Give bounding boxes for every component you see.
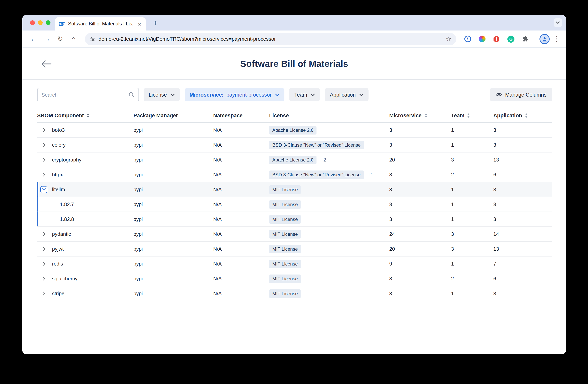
license-badge[interactable]: MIT License [269, 244, 301, 253]
license-badge[interactable]: Apache License 2.0 [269, 155, 317, 164]
extension-icon-info[interactable]: ! [462, 34, 473, 44]
sort-icon[interactable] [467, 113, 470, 118]
license-cell: MIT License [269, 244, 389, 253]
license-more-count[interactable]: +1 [368, 172, 373, 177]
row-expand-chevron[interactable] [40, 230, 47, 238]
filter-team-dropdown[interactable]: Team [289, 88, 320, 101]
component-cell: cryptography [37, 156, 133, 163]
reload-button[interactable]: ↻ [54, 32, 67, 45]
license-badge[interactable]: MIT License [269, 230, 301, 238]
filter-microservice-dropdown[interactable]: Microservice: payment-processor [185, 88, 284, 101]
table-row[interactable]: 1.82.8 pypi N/A MIT License 3 1 3 [37, 212, 552, 227]
sort-icon[interactable] [87, 113, 89, 118]
row-expand-chevron[interactable] [40, 156, 47, 163]
manage-columns-button[interactable]: Manage Columns [490, 88, 552, 101]
sort-icon[interactable] [424, 113, 427, 118]
license-badge[interactable]: Apache License 2.0 [269, 126, 317, 134]
row-expand-chevron[interactable] [40, 141, 47, 148]
table-row[interactable]: pydantic pypi N/A MIT License 24 3 14 [37, 227, 552, 242]
profile-avatar[interactable] [540, 34, 550, 44]
license-badge[interactable]: MIT License [269, 274, 301, 283]
col-header-license: License [269, 113, 389, 119]
license-badge[interactable]: MIT License [269, 185, 301, 194]
search-input[interactable] [42, 92, 128, 98]
new-tab-button[interactable]: + [151, 18, 160, 28]
window-close-button[interactable] [30, 20, 35, 25]
col-header-team[interactable]: Team [451, 113, 493, 119]
tab-close-icon[interactable]: × [136, 20, 143, 28]
back-button[interactable]: ← [27, 32, 40, 45]
team-count-cell: 1 [451, 261, 493, 267]
chevron-down-icon [359, 93, 363, 96]
extensions-puzzle-icon[interactable] [520, 34, 530, 44]
window-controls [30, 20, 50, 25]
tab-search-button[interactable] [554, 18, 562, 27]
team-count-cell: 1 [451, 186, 493, 192]
row-expand-chevron[interactable] [40, 275, 47, 282]
row-expand-chevron[interactable] [40, 186, 47, 193]
filter-license-dropdown[interactable]: License [144, 88, 180, 101]
bookmark-star-icon[interactable]: ☆ [446, 35, 451, 43]
filter-microservice-value: payment-processor [226, 92, 272, 98]
row-expand-chevron[interactable] [40, 290, 47, 297]
col-header-sbom-component[interactable]: SBOM Component [37, 113, 133, 119]
license-badge[interactable]: BSD 3-Clause "New" or "Revised" License [269, 141, 364, 149]
table-row[interactable]: boto3 pypi N/A Apache License 2.0 3 1 3 [37, 123, 552, 138]
manage-columns-label: Manage Columns [505, 92, 546, 98]
row-expand-chevron[interactable] [40, 171, 47, 178]
team-count-cell: 1 [451, 216, 493, 222]
forward-button[interactable]: → [40, 32, 54, 45]
application-count-cell: 13 [493, 157, 552, 163]
license-badge[interactable]: MIT License [269, 289, 301, 298]
browser-menu-kebab-icon[interactable]: ⋮ [552, 35, 561, 43]
team-count-cell: 1 [451, 202, 493, 207]
sort-icon[interactable] [525, 113, 527, 118]
component-cell: litellm [37, 186, 133, 193]
table-row[interactable]: litellm pypi N/A MIT License 3 1 3 [37, 182, 552, 197]
team-count-cell: 1 [451, 127, 493, 133]
table-row[interactable]: celery pypi N/A BSD 3-Clause "New" or "R… [37, 138, 552, 153]
browser-window: SAP Software Bill of Materials | Lea × +… [22, 15, 566, 354]
window-zoom-button[interactable] [46, 20, 50, 25]
table-row[interactable]: cryptography pypi N/A Apache License 2.0… [37, 153, 552, 167]
filter-team-label: Team [294, 92, 307, 98]
extension-icon-grammarly[interactable]: G [506, 34, 516, 44]
application-count-cell: 3 [493, 216, 552, 222]
row-expand-chevron[interactable] [40, 260, 47, 267]
license-badge[interactable]: MIT License [269, 200, 301, 209]
site-settings-icon[interactable] [90, 36, 95, 42]
table-row[interactable]: pyjwt pypi N/A MIT License 20 3 13 [37, 242, 552, 257]
license-cell: Apache License 2.0+2 [269, 155, 389, 164]
home-button[interactable]: ⌂ [67, 32, 80, 45]
extension-icon-colorwheel[interactable] [477, 34, 487, 44]
table-row[interactable]: stripe pypi N/A MIT License 3 1 3 [37, 286, 552, 301]
license-more-count[interactable]: +2 [321, 157, 326, 162]
microservice-count-cell: 3 [389, 202, 451, 207]
filter-application-dropdown[interactable]: Application [325, 88, 369, 101]
address-bar[interactable]: demo-eu-2.leanix.net/VigDemoTRC/sbom?mic… [85, 33, 456, 45]
table-row[interactable]: sqlalchemy pypi N/A MIT License 8 2 6 [37, 271, 552, 286]
row-expand-chevron[interactable] [40, 245, 47, 252]
page-back-button[interactable] [41, 60, 52, 70]
url-text[interactable]: demo-eu-2.leanix.net/VigDemoTRC/sbom?mic… [99, 36, 443, 42]
table-row[interactable]: httpx pypi N/A BSD 3-Clause "New" or "Re… [37, 167, 552, 182]
col-header-application[interactable]: Application [493, 113, 552, 119]
license-badge[interactable]: MIT License [269, 215, 301, 223]
row-expand-chevron[interactable] [40, 126, 47, 134]
microservice-count-cell: 8 [389, 276, 451, 282]
namespace-cell: N/A [213, 202, 269, 207]
license-badge[interactable]: BSD 3-Clause "New" or "Revised" License [269, 170, 364, 179]
browser-tab[interactable]: SAP Software Bill of Materials | Lea × [55, 17, 146, 31]
browser-toolbar: ← → ↻ ⌂ demo-eu-2.leanix.net/VigDemoTRC/… [22, 31, 566, 48]
table-row[interactable]: 1.82.7 pypi N/A MIT License 3 1 3 [37, 197, 552, 212]
license-badge[interactable]: MIT License [269, 260, 301, 268]
col-header-microservice[interactable]: Microservice [389, 113, 451, 119]
table-row[interactable]: redis pypi N/A MIT License 9 1 7 [37, 257, 552, 271]
namespace-cell: N/A [213, 142, 269, 148]
component-cell: pydantic [37, 230, 133, 238]
window-minimize-button[interactable] [38, 20, 43, 25]
license-cell: MIT License [269, 215, 389, 223]
extension-icon-adblock[interactable] [491, 34, 502, 44]
license-cell: MIT License [269, 274, 389, 283]
package-manager-cell: pypi [133, 172, 213, 178]
